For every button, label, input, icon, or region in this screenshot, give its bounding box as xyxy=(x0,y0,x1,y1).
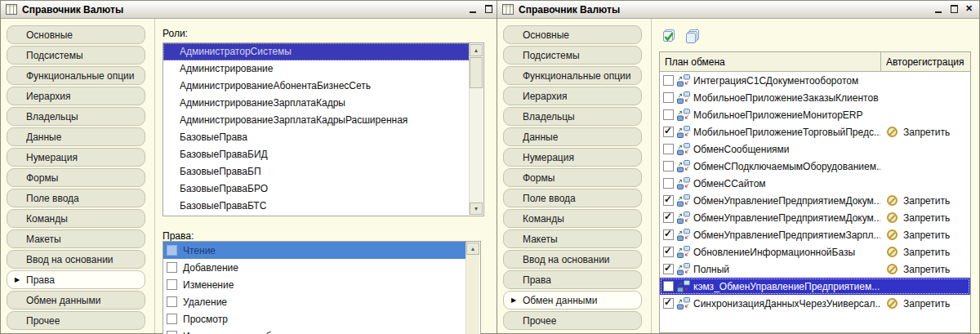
sidebar-tab[interactable]: ▶ Поле ввода xyxy=(7,189,145,207)
exchange-plan-row[interactable]: ✓ ОбменУправлениеПредприятиемЗарпл... За… xyxy=(660,226,970,243)
right-list-item[interactable]: ✓ Интерактивное добавление xyxy=(163,327,466,334)
sidebar-tab[interactable]: ▶ Права xyxy=(7,270,145,289)
exchange-plan-checkbox[interactable]: ✓ xyxy=(663,92,674,103)
maximize-icon[interactable] xyxy=(484,5,493,14)
exchange-plan-checkbox[interactable]: ✓ xyxy=(663,144,674,154)
sidebar-tab[interactable]: ▶ Ввод на основании xyxy=(503,250,642,269)
exchange-plan-row[interactable]: ✓ ОбменУправлениеПредприятиемДокум... За… xyxy=(660,209,970,226)
close-icon[interactable] xyxy=(965,5,974,14)
role-list-item[interactable]: БазовыеПраваБРО xyxy=(163,180,470,198)
right-list-item[interactable]: ✓ Просмотр xyxy=(163,310,466,327)
exchange-plan-row[interactable]: ✓ Полный Запретить xyxy=(660,261,970,278)
right-checkbox[interactable]: ✓ xyxy=(167,296,177,307)
sidebar-tab[interactable]: ▶ Подсистемы xyxy=(503,46,642,65)
role-list-item[interactable]: БазовыеПраваБИД xyxy=(163,146,470,163)
role-list-item[interactable]: АдминистраторСистемы xyxy=(163,43,470,60)
sidebar-tab[interactable]: ▶ Иерархия xyxy=(7,87,145,105)
sidebar-tab-label: Формы xyxy=(26,172,58,184)
roles-scrollbar[interactable]: ▲ ▼ xyxy=(469,44,483,215)
sidebar-tab[interactable]: ▶ Команды xyxy=(503,209,642,228)
sidebar-tab[interactable]: ▶ Макеты xyxy=(503,229,642,248)
sidebar-tab[interactable]: ▶ Макеты xyxy=(7,229,145,248)
minimize-icon[interactable] xyxy=(469,5,478,14)
right-list-item[interactable]: ✓ Чтение xyxy=(163,242,466,259)
role-list-item[interactable]: АдминистрированиеЗарплатаКадрыРасширенна… xyxy=(163,112,470,129)
exchange-plan-checkbox[interactable]: ✓ xyxy=(663,298,674,309)
role-list-item[interactable]: БазовыеПраваБП xyxy=(163,163,470,180)
exchange-plan-row[interactable]: ✓ ОбменСПодключаемымОборудованием... xyxy=(660,158,970,175)
exchange-plan-checkbox[interactable]: ✓ xyxy=(663,212,674,223)
sidebar-tab[interactable]: ▶ Прочее xyxy=(7,311,145,330)
right-list-item[interactable]: ✓ Изменение xyxy=(163,276,466,293)
right-list-item[interactable]: ✓ Удаление xyxy=(163,293,466,310)
exchange-plan-row[interactable]: ✓ ОбменССайтом xyxy=(660,175,970,192)
sidebar-tab[interactable]: ▶ Иерархия xyxy=(503,87,642,105)
title-bar[interactable]: Справочник Валюты xyxy=(497,1,979,19)
sidebar-tab[interactable]: ▶ Владельцы xyxy=(503,107,642,126)
checkmark-icon: ✓ xyxy=(664,263,672,274)
exchange-plan-checkbox[interactable]: ✓ xyxy=(663,109,674,120)
sidebar-tab[interactable]: ▶ Обмен данными xyxy=(7,291,145,310)
role-list-item[interactable]: БазовыеПрава xyxy=(163,129,470,146)
exchange-plan-checkbox[interactable]: ✓ xyxy=(663,229,674,240)
sidebar-tab[interactable]: ▶ Поле ввода xyxy=(503,189,642,207)
exchange-plan-row[interactable]: ✓ ОбменСообщениями xyxy=(660,140,970,158)
exchange-plan-row[interactable]: ✓ МобильноеПриложениеТорговыйПредс... За… xyxy=(660,123,970,140)
sidebar-tab[interactable]: ▶ Ввод на основании xyxy=(7,250,145,269)
exchange-plan-checkbox[interactable]: ✓ xyxy=(663,281,674,292)
scroll-up-icon[interactable]: ▲ xyxy=(470,44,483,56)
sidebar-tab[interactable]: ▶ Команды xyxy=(7,209,145,228)
autoregistration-value: Запретить xyxy=(903,298,950,310)
exchange-plan-checkbox[interactable]: ✓ xyxy=(663,195,674,206)
rights-scrollbar[interactable]: ▲ xyxy=(466,243,479,334)
set-all-flags-button[interactable] xyxy=(661,28,677,44)
role-list-item[interactable]: АдминистрированиеЗарплатаКадры xyxy=(163,95,470,112)
minimize-icon[interactable] xyxy=(934,5,943,14)
sidebar-tab[interactable]: ▶ Функциональные опции xyxy=(7,66,145,85)
clear-all-flags-button[interactable] xyxy=(684,28,701,44)
exchange-plan-checkbox[interactable]: ✓ xyxy=(663,161,674,171)
maximize-icon[interactable] xyxy=(950,5,959,14)
exchange-plan-checkbox[interactable]: ✓ xyxy=(663,127,674,137)
sidebar-tab[interactable]: ▶ Данные xyxy=(7,127,145,146)
sidebar-tab[interactable]: ▶ Нумерация xyxy=(503,148,642,167)
sidebar-tab[interactable]: ▶ Формы xyxy=(7,168,145,187)
role-list-item[interactable]: БазовыеПраваБТС xyxy=(163,198,470,215)
role-list-item[interactable]: АдминистрированиеАбонентаБизнесСеть xyxy=(163,78,470,95)
right-checkbox[interactable]: ✓ xyxy=(167,331,177,334)
scroll-down-icon[interactable]: ▼ xyxy=(470,203,483,215)
exchange-plan-checkbox[interactable]: ✓ xyxy=(663,247,674,257)
exchange-plan-row[interactable]: ✓ ОбменУправлениеПредприятиемДокум... За… xyxy=(660,192,970,209)
exchange-plan-row[interactable]: ✓ СинхронизацияДанныхЧерезУниверсал... З… xyxy=(660,295,970,312)
sidebar-tab[interactable]: ▶ Обмен данными xyxy=(503,291,642,310)
sidebar-tab[interactable]: ▶ Права xyxy=(503,270,642,289)
exchange-plan-row[interactable]: ✓ кэмз_ОбменУправлениеПредприятием... xyxy=(660,278,970,295)
exchange-plan-row[interactable]: ✓ МобильноеПриложениеЗаказыКлиентов xyxy=(660,89,970,106)
exchange-plan-row[interactable]: ✓ ИнтеграцияС1СДокументооборотом xyxy=(660,72,970,89)
right-checkbox[interactable]: ✓ xyxy=(167,262,177,273)
role-list-item[interactable]: Администрирование xyxy=(163,60,470,78)
right-checkbox[interactable]: ✓ xyxy=(167,245,177,256)
sidebar-tab[interactable]: ▶ Данные xyxy=(503,127,642,146)
sidebar-tab[interactable]: ▶ Функциональные опции xyxy=(503,66,642,85)
sidebar-tab[interactable]: ▶ Подсистемы xyxy=(7,46,145,65)
exchange-plan-checkbox[interactable]: ✓ xyxy=(663,264,674,274)
right-checkbox[interactable]: ✓ xyxy=(167,314,177,324)
scrollbar-thumb[interactable] xyxy=(470,57,483,88)
right-list-item[interactable]: ✓ Добавление xyxy=(163,259,466,276)
autoregistration-value: Запретить xyxy=(903,127,950,138)
sidebar-tab[interactable]: ▶ Нумерация xyxy=(7,148,145,167)
sidebar-tab[interactable]: ▶ Владельцы xyxy=(7,107,145,126)
sidebar-tab[interactable]: ▶ Основные xyxy=(503,25,642,44)
right-checkbox[interactable]: ✓ xyxy=(167,279,177,290)
exchange-plan-row[interactable]: ✓ МобильноеПриложениеМониторERP xyxy=(660,106,970,123)
exchange-plan-row[interactable]: ✓ ОбновлениеИнформационнойБазы Запретить xyxy=(660,243,970,261)
sidebar-tab[interactable]: ▶ Основные xyxy=(7,25,145,44)
exchange-plan-checkbox[interactable]: ✓ xyxy=(663,75,674,86)
scroll-up-icon[interactable]: ▲ xyxy=(466,243,479,255)
sidebar-tab[interactable]: ▶ Прочее xyxy=(503,311,642,330)
title-bar[interactable]: Справочник Валюты xyxy=(1,1,514,19)
sidebar-tab[interactable]: ▶ Формы xyxy=(503,168,642,187)
exchange-plan-checkbox[interactable]: ✓ xyxy=(663,178,674,189)
sidebar-tab-label: Иерархия xyxy=(523,91,567,102)
